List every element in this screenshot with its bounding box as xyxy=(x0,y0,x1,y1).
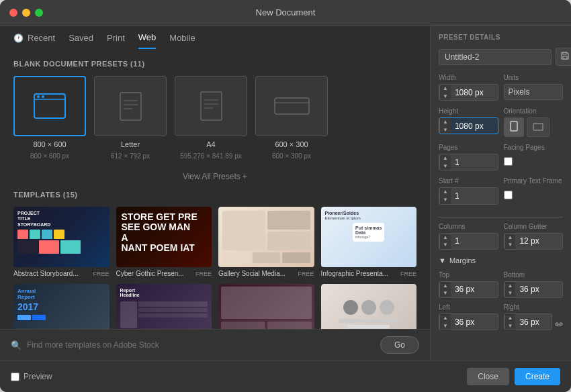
template-gallery-social[interactable]: Gallery Social Media... FREE xyxy=(218,207,314,277)
primary-text-checkbox[interactable] xyxy=(504,191,513,199)
preset-box-a4 xyxy=(175,76,247,136)
columns-input-wrap: ▲ ▼ xyxy=(439,233,498,250)
columns-input[interactable] xyxy=(451,234,498,248)
facing-pages-checkbox[interactable] xyxy=(504,157,513,166)
right-down-button[interactable]: ▼ xyxy=(505,322,516,330)
top-input[interactable] xyxy=(451,282,498,297)
preset-name-800x600: 800 × 600 xyxy=(33,140,66,148)
close-window-button[interactable] xyxy=(9,9,17,17)
create-button[interactable]: Create xyxy=(515,368,560,385)
pages-up-button[interactable]: ▲ xyxy=(440,154,451,162)
pages-down-button[interactable]: ▼ xyxy=(440,162,451,170)
width-up-button[interactable]: ▲ xyxy=(440,85,451,93)
templates-grid: PROJECTTITLESTORYBOARD xyxy=(13,207,416,329)
left-up-button[interactable]: ▲ xyxy=(440,314,451,322)
bottom-up-button[interactable]: ▲ xyxy=(505,282,516,290)
start-input[interactable] xyxy=(451,189,498,203)
tab-recent[interactable]: 🕐 Recent xyxy=(13,33,55,48)
height-up-button[interactable]: ▲ xyxy=(440,118,451,126)
template-abstract-storyboard[interactable]: PROJECTTITLESTORYBOARD xyxy=(13,207,109,277)
units-select[interactable]: Pixels Inches mm cm xyxy=(504,85,563,99)
minimize-window-button[interactable] xyxy=(22,9,30,17)
top-spinners: ▲ ▼ xyxy=(439,282,451,297)
landscape-button[interactable] xyxy=(527,117,550,137)
left-input[interactable] xyxy=(451,315,498,330)
preset-letter[interactable]: Letter 612 × 792 px xyxy=(94,76,167,160)
right-input[interactable] xyxy=(515,315,552,330)
preset-600x300[interactable]: 600 × 300 600 × 300 px xyxy=(255,76,328,160)
template-thumb-2: STORE GET PRESEE GOW MANANANT POEM IAT xyxy=(116,207,212,267)
template-label-3: Gallery Social Media... FREE xyxy=(218,270,314,277)
preset-name-input[interactable] xyxy=(439,49,552,65)
main-scroll-area[interactable]: BLANK DOCUMENT PRESETS (11) 800 × xyxy=(0,49,430,329)
top-up-button[interactable]: ▲ xyxy=(440,282,451,290)
template-minimal[interactable]: Minimal Design... FREE xyxy=(321,284,417,329)
columns-gutter-row: Columns ▲ ▼ Column Gutter ▲ ▼ xyxy=(439,223,563,250)
preview-checkbox[interactable] xyxy=(11,373,19,381)
preview-label[interactable]: Preview xyxy=(24,372,52,381)
go-button[interactable]: Go xyxy=(380,336,419,354)
tab-saved[interactable]: Saved xyxy=(69,33,93,48)
width-down-button[interactable]: ▼ xyxy=(440,93,451,101)
margins-toggle[interactable]: ▼ Margins xyxy=(439,256,563,264)
template-photo-layout[interactable]: Photo Layout... FREE xyxy=(218,284,314,329)
start-down-button[interactable]: ▼ xyxy=(440,196,451,204)
chevron-down-icon: ▼ xyxy=(439,256,446,264)
template-infographic[interactable]: Pioneer/SoldesElementum et iptum Put sim… xyxy=(321,207,417,277)
tab-mobile[interactable]: Mobile xyxy=(169,33,195,48)
save-preset-button[interactable] xyxy=(556,48,571,66)
preview-check-group: Preview xyxy=(11,372,52,381)
preset-name-600x300: 600 × 300 xyxy=(275,140,308,148)
height-input[interactable] xyxy=(451,119,498,134)
column-gutter-input-wrap: ▲ ▼ xyxy=(504,233,564,250)
column-gutter-down-button[interactable]: ▼ xyxy=(505,241,516,249)
template-label-2: Cyber Gothic Presen... FREE xyxy=(116,270,212,277)
svg-rect-4 xyxy=(120,93,141,120)
pages-input[interactable] xyxy=(451,155,498,170)
bottom-search-bar: 🔍 Go xyxy=(0,329,430,360)
orientation-group xyxy=(504,117,564,137)
columns-up-button[interactable]: ▲ xyxy=(440,234,451,242)
left-margin-wrap: ▲ ▼ xyxy=(439,313,498,330)
units-field-group: Units Pixels Inches mm cm xyxy=(504,74,564,101)
maximize-window-button[interactable] xyxy=(35,9,43,17)
template-report-headline[interactable]: ReportHeadline xyxy=(116,284,212,329)
height-down-button[interactable]: ▼ xyxy=(440,126,451,134)
right-spinners: ▲ ▼ xyxy=(504,314,516,330)
bottom-down-button[interactable]: ▼ xyxy=(505,289,516,297)
start-up-button[interactable]: ▲ xyxy=(440,188,451,196)
clock-icon: 🕐 xyxy=(13,34,24,43)
portrait-button[interactable] xyxy=(504,117,524,137)
right-up-button[interactable]: ▲ xyxy=(505,314,516,322)
width-input[interactable] xyxy=(451,85,498,100)
pages-spinners: ▲ ▼ xyxy=(439,154,451,170)
svg-rect-8 xyxy=(201,92,222,120)
view-all-presets[interactable]: View All Presets + xyxy=(13,166,416,191)
tab-web[interactable]: Web xyxy=(138,32,157,49)
preset-name-a4: A4 xyxy=(206,140,215,148)
pages-input-wrap: ▲ ▼ xyxy=(439,154,498,170)
link-margins-button[interactable] xyxy=(555,320,563,329)
top-margin-group: Top ▲ ▼ xyxy=(439,271,498,298)
bottom-input[interactable] xyxy=(515,282,562,297)
column-gutter-up-button[interactable]: ▲ xyxy=(505,234,516,242)
column-gutter-input[interactable] xyxy=(515,234,562,248)
preset-800x600[interactable]: 800 × 600 800 × 600 px xyxy=(13,76,86,160)
preset-a4[interactable]: A4 595.276 × 841.89 px xyxy=(175,76,247,160)
right-margin-group: Right ▲ ▼ xyxy=(504,303,553,330)
left-down-button[interactable]: ▼ xyxy=(440,322,451,330)
top-down-button[interactable]: ▼ xyxy=(440,289,451,297)
template-cyber-gothic[interactable]: STORE GET PRESEE GOW MANANANT POEM IAT C… xyxy=(116,207,212,277)
search-input[interactable] xyxy=(27,340,374,350)
template-annual-report[interactable]: AnnualReport 2017 Annual Report... FREE xyxy=(13,284,109,329)
orientation-field-group: Orientation xyxy=(504,107,564,137)
template-thumb-8 xyxy=(321,284,417,329)
tab-print[interactable]: Print xyxy=(107,33,125,48)
width-input-wrap: ▲ ▼ xyxy=(439,84,498,101)
right-panel: PRESET DETAILS Width xyxy=(430,26,571,360)
svg-rect-16 xyxy=(511,121,517,131)
width-field-group: Width ▲ ▼ xyxy=(439,74,498,101)
left-margin-group: Left ▲ ▼ xyxy=(439,303,498,330)
columns-down-button[interactable]: ▼ xyxy=(440,241,451,249)
close-button[interactable]: Close xyxy=(467,368,509,385)
